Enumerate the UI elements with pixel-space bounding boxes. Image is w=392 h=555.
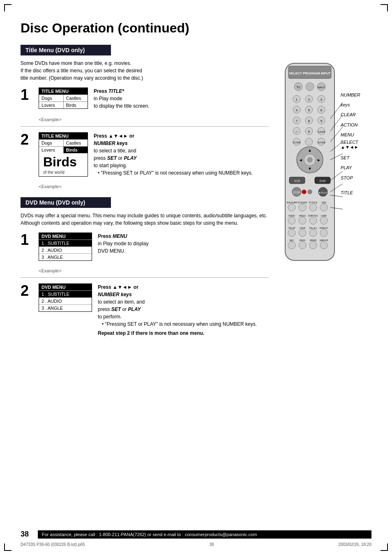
- dvd-step2-screen: DVD MENU 1 . SUBTITLE 2 . AUDIO 3 . ANGL…: [39, 283, 92, 312]
- dvd2-item-2: 2 . AUDIO: [39, 297, 92, 304]
- section1-step2: 2 TITLE MENU Dogs Castles Lovers Birds: [21, 132, 269, 177]
- repeat-note: Repeat step 2 if there is more than one …: [98, 329, 257, 337]
- step2-cell-birds: Birds: [64, 147, 88, 153]
- dvd2-item-1: 1 . SUBTITLE: [39, 290, 92, 297]
- step2-screen: TITLE MENU Dogs Castles Lovers Birds Bir…: [39, 132, 88, 177]
- svg-text:ST.TITLE: ST.TITLE: [309, 201, 318, 204]
- dvd2-item-3: 3 . ANGLE: [39, 304, 92, 311]
- svg-text:3: 3: [321, 98, 323, 101]
- section-dvd-menu: DVD Menu (DVD only) DVDs may offer a spe…: [21, 197, 269, 337]
- section1-step1-example: <Example>: [39, 117, 269, 122]
- svg-text:LA/EK: LA/EK: [321, 214, 327, 217]
- svg-text:CLEAR: CLEAR: [318, 131, 325, 133]
- dvd-step1-screen: DVD MENU 1 . SUBTITLE 2 . AUDIO 3 . ANGL…: [39, 233, 92, 261]
- corner-mark-tr: [380, 4, 388, 12]
- svg-text:VCR: VCR: [294, 180, 300, 182]
- dvd-step1-press: Press MENU: [98, 233, 127, 239]
- corner-mark-tl: [4, 4, 12, 12]
- dvd-item-2: 2 . AUDIO: [39, 246, 92, 253]
- step1-content: TITLE MENU Dogs Castles Lovers Birds: [39, 88, 149, 110]
- svg-text:VOL ALL: VOL ALL: [309, 227, 317, 229]
- svg-text:OSD: OSD: [322, 201, 326, 204]
- svg-text:ACTION: ACTION: [318, 141, 325, 144]
- press-label-s1: Press TITLE*: [94, 88, 124, 94]
- svg-point-50: [302, 190, 306, 194]
- section-header-dvd-menu: DVD Menu (DVD only): [21, 197, 111, 208]
- svg-text:8: 8: [308, 119, 310, 123]
- svg-text:SPEED: SPEED: [310, 239, 317, 242]
- svg-point-68: [309, 217, 317, 224]
- section1-desc: Some DVDs have more than one title, e.g.…: [21, 60, 269, 82]
- step1-cell-castles: Castles: [64, 95, 88, 101]
- dvd-step2-desc: Press ▲▼◄► or NUMBER keys to select an i…: [98, 283, 257, 337]
- svg-text:VOLUP: VOLUP: [288, 227, 296, 229]
- svg-point-59: [299, 204, 306, 211]
- svg-point-82: [288, 242, 295, 249]
- step2-press-label: Press ▲▼◄► or: [94, 133, 134, 139]
- svg-text:7: 7: [296, 119, 298, 123]
- svg-text:ACTION: ACTION: [293, 141, 301, 144]
- section2-step1: 1 DVD MENU 1 . SUBTITLE 2 . AUDIO 3 . AN…: [21, 233, 269, 261]
- step1-cell-lovers: Lovers: [39, 102, 64, 108]
- dvd-step2-note: • "Pressing SET or PLAY" is not necessar…: [102, 320, 257, 328]
- svg-text:TV: TV: [297, 86, 300, 89]
- section2-step1-example: <Example>: [39, 268, 269, 273]
- svg-text:AUDIO: AUDIO: [288, 214, 295, 217]
- step2-note: • "Pressing SET or PLAY" is not necessar…: [98, 169, 253, 177]
- svg-text:1: 1: [296, 98, 298, 101]
- svg-text:▲: ▲: [308, 148, 312, 152]
- remote-svg: SELECT PROGRAM INPUT TV INPUT 1 2 3: [277, 61, 343, 267]
- svg-text:▼: ▼: [308, 166, 312, 171]
- section-title-menu: Title Menu (DVD only) Some DVDs have mor…: [21, 45, 269, 189]
- svg-point-58: [288, 204, 295, 211]
- step2-big-text: Birds: [39, 153, 88, 170]
- section2-step2: 2 DVD MENU 1 . SUBTITLE 2 . AUDIO 3 . AN…: [21, 283, 269, 337]
- svg-point-83: [299, 242, 306, 249]
- svg-text:ANGLE: ANGLE: [299, 214, 307, 217]
- svg-text:STOP: STOP: [293, 191, 301, 194]
- step1-cell-dogs: Dogs: [39, 95, 64, 101]
- svg-text:5: 5: [308, 108, 310, 112]
- svg-point-34: [305, 138, 313, 145]
- corner-mark-bl: [4, 543, 12, 551]
- page-title: Disc Operation (continued): [21, 21, 371, 36]
- dvd-step1-desc: Press MENU in Play mode to display DVD M…: [98, 233, 148, 255]
- dvd-step2-number: 2: [21, 283, 33, 298]
- svg-text:►: ►: [317, 158, 321, 162]
- section-header-title-menu: Title Menu (DVD only): [21, 45, 111, 55]
- dvd-item-3: 3 . ANGLE: [39, 253, 92, 260]
- step2-screen-title: TITLE MENU: [39, 133, 88, 139]
- footer-date: 2003/02/26, 18:20: [338, 542, 371, 547]
- step1-screen-row1: Dogs Castles: [39, 94, 88, 101]
- svg-point-74: [288, 229, 295, 237]
- label-number-keys: NUMBER keys: [341, 90, 360, 110]
- svg-text:4: 4: [296, 108, 298, 112]
- svg-text:PROG: PROG: [300, 239, 306, 242]
- step1-desc: Press TITLE* in Play mode to display the…: [94, 88, 149, 110]
- dvd-step1-title: DVD MENU: [39, 233, 92, 240]
- page: Disc Operation (continued) Title Menu (D…: [0, 0, 392, 555]
- svg-point-84: [309, 242, 317, 249]
- svg-text:SMPLFR: SMPLFR: [320, 239, 328, 242]
- footer-file: D4733S P36-60 (030226 B-lot).p65: [21, 542, 85, 547]
- step1-screen-row2: Lovers Birds: [39, 101, 88, 108]
- svg-text:0: 0: [308, 130, 310, 134]
- step2-desc: Press ▲▼◄► or NUMBER keys to select a ti…: [94, 132, 253, 177]
- label-stop: STOP: [341, 173, 360, 183]
- right-column: SELECT PROGRAM INPUT TV INPUT 1 2 3: [277, 45, 371, 344]
- svg-text:SUBTITLE: SUBTITLE: [308, 214, 318, 217]
- dvd-step2-content: DVD MENU 1 . SUBTITLE 2 . AUDIO 3 . ANGL…: [39, 283, 257, 337]
- svg-point-5: [306, 83, 314, 91]
- dvd-step2-title: DVD MENU: [39, 284, 92, 290]
- svg-text:-/--: -/--: [295, 131, 298, 133]
- divider1: [21, 126, 269, 127]
- label-play: PLAY: [341, 163, 360, 173]
- footer-page: 38: [210, 542, 214, 547]
- svg-text:DISPLAY: DISPLAY: [320, 227, 328, 229]
- remote-labels: NUMBER keys CLEAR ACTION MENU SELECT ▲▼◄…: [341, 90, 360, 198]
- svg-text:►PLAY: ►PLAY: [319, 191, 327, 194]
- svg-point-60: [309, 204, 317, 211]
- svg-text:DVD: DVD: [320, 180, 326, 182]
- main-layout: Title Menu (DVD only) Some DVDs have mor…: [21, 45, 371, 344]
- svg-text:SUR.SURR: SUR.SURR: [286, 201, 297, 204]
